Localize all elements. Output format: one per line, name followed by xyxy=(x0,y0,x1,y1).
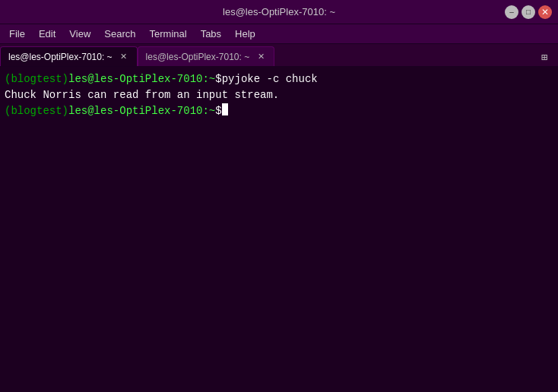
close-button[interactable]: ✕ xyxy=(538,5,552,19)
tab-bar: les@les-OptiPlex-7010: ~ ✕ les@les-OptiP… xyxy=(0,44,558,67)
menu-bar: File Edit View Search Terminal Tabs Help xyxy=(0,24,558,44)
prompt-env-1: (blogtest) xyxy=(5,71,68,87)
menu-edit[interactable]: Edit xyxy=(33,27,62,41)
prompt-user-3: les@les-OptiPlex-7010:~ xyxy=(68,103,215,119)
output-1: Chuck Norris can read from an input stre… xyxy=(5,87,279,103)
prompt-symbol-1: $ xyxy=(215,71,221,87)
tab-0[interactable]: les@les-OptiPlex-7010: ~ ✕ xyxy=(0,46,138,66)
cursor xyxy=(222,103,228,115)
tab-0-label: les@les-OptiPlex-7010: ~ xyxy=(8,52,113,62)
title-bar: les@les-OptiPlex-7010: ~ – □ ✕ xyxy=(0,0,558,24)
menu-search[interactable]: Search xyxy=(98,27,141,41)
prompt-symbol-3: $ xyxy=(215,103,221,119)
window-title: les@les-OptiPlex-7010: ~ xyxy=(223,6,335,17)
tab-1[interactable]: les@les-OptiPlex-7010: ~ ✕ xyxy=(138,46,275,66)
tab-bar-right: ⊞ xyxy=(535,48,558,66)
command-1: pyjoke -c chuck xyxy=(222,71,318,87)
minimize-button[interactable]: – xyxy=(505,5,518,19)
maximize-button[interactable]: □ xyxy=(522,5,535,19)
tab-0-close[interactable]: ✕ xyxy=(119,52,129,62)
menu-tabs[interactable]: Tabs xyxy=(195,27,227,41)
menu-view[interactable]: View xyxy=(63,27,97,41)
menu-file[interactable]: File xyxy=(3,27,31,41)
prompt-user-1: les@les-OptiPlex-7010:~ xyxy=(68,71,215,87)
prompt-env-3: (blogtest) xyxy=(5,103,68,119)
terminal-line-1: (blogtest) les@les-OptiPlex-7010:~ $ pyj… xyxy=(5,71,553,87)
terminal-line-3: (blogtest) les@les-OptiPlex-7010:~ $ xyxy=(5,103,553,119)
window-controls: – □ ✕ xyxy=(505,5,552,19)
tab-1-close[interactable]: ✕ xyxy=(255,52,266,62)
terminal-area[interactable]: (blogtest) les@les-OptiPlex-7010:~ $ pyj… xyxy=(0,67,558,392)
tab-1-label: les@les-OptiPlex-7010: ~ xyxy=(146,52,250,62)
search-terminals-icon[interactable]: ⊞ xyxy=(535,48,553,66)
menu-help[interactable]: Help xyxy=(229,27,262,41)
terminal-line-2: Chuck Norris can read from an input stre… xyxy=(5,87,553,103)
menu-terminal[interactable]: Terminal xyxy=(144,27,193,41)
